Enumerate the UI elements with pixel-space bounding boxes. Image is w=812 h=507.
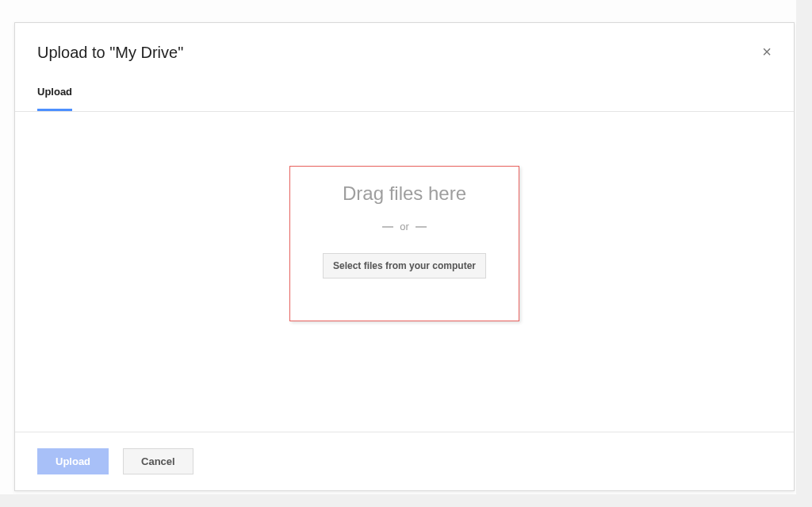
dash-icon (416, 226, 427, 228)
cancel-button[interactable]: Cancel (123, 448, 193, 474)
tab-upload[interactable]: Upload (37, 86, 72, 111)
page-background: Upload to "My Drive" × Upload Drag files… (0, 0, 812, 507)
modal-footer: Upload Cancel (15, 432, 794, 490)
dash-icon (382, 226, 393, 228)
modal-body: Drag files here or Select files from you… (15, 112, 794, 432)
drop-heading: Drag files here (343, 182, 466, 205)
select-files-button[interactable]: Select files from your computer (323, 253, 486, 278)
page-right-edge (796, 0, 812, 507)
drop-or-text: or (400, 221, 409, 232)
modal-tabs: Upload (15, 70, 794, 112)
file-drop-zone[interactable]: Drag files here or Select files from you… (289, 166, 519, 321)
page-bottom-edge (0, 494, 812, 507)
upload-modal: Upload to "My Drive" × Upload Drag files… (14, 22, 795, 491)
modal-header: Upload to "My Drive" × (15, 23, 794, 70)
close-icon[interactable]: × (762, 44, 772, 60)
modal-title: Upload to "My Drive" (37, 44, 772, 62)
drop-or-separator: or (382, 221, 427, 232)
upload-button[interactable]: Upload (37, 448, 109, 474)
